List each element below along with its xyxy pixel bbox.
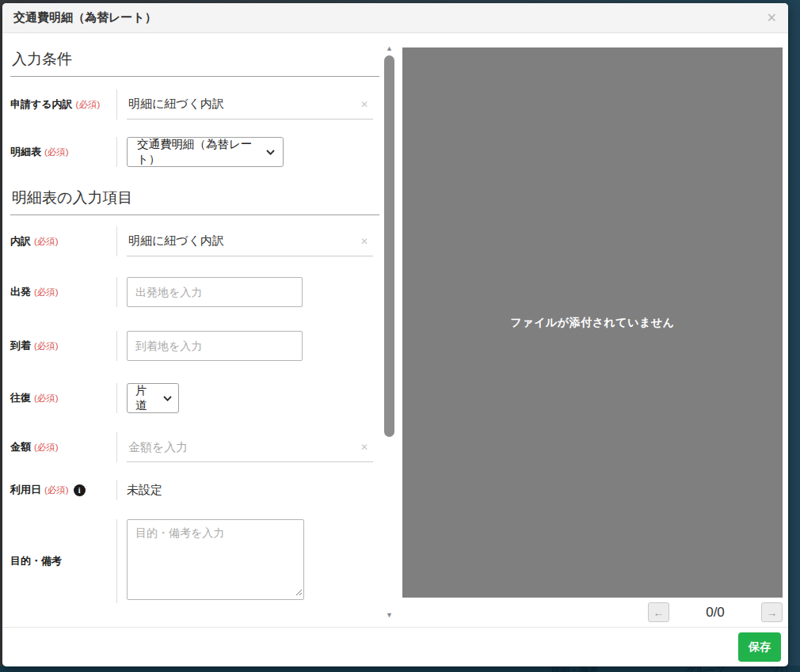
required-badge: (必須) — [34, 340, 59, 352]
section-title-detail-inputs: 明細表の入力項目 — [10, 180, 379, 215]
departure-control — [117, 277, 381, 307]
apply-breakdown-input[interactable] — [127, 89, 373, 120]
purpose-label-cell: 目的・備考 — [9, 519, 117, 603]
round-trip-label-cell: 往復 (必須) — [9, 383, 117, 413]
next-page-button[interactable]: → — [761, 602, 783, 622]
form-row-apply-breakdown: 申請する内訳 (必須) ✕ — [9, 89, 381, 120]
purpose-label: 目的・備考 — [10, 554, 62, 568]
modal-footer: 保存 — [2, 627, 788, 666]
round-trip-control: 片道 — [117, 383, 381, 413]
amount-input[interactable] — [127, 432, 373, 462]
save-button[interactable]: 保存 — [738, 632, 781, 662]
purpose-textarea-wrap — [127, 519, 304, 603]
amount-control: ✕ — [117, 432, 381, 462]
scroll-up-icon[interactable]: ▲ — [386, 45, 393, 52]
departure-input[interactable] — [127, 277, 303, 307]
required-badge: (必須) — [34, 393, 59, 404]
form-scrollbar: ▲ ▼ — [383, 33, 396, 627]
form-row-purpose: 目的・備考 — [9, 519, 381, 603]
expense-detail-modal: 交通費明細（為替レート） ✕ 入力条件 申請する内訳 (必須) ✕ — [2, 3, 788, 666]
arrival-control — [117, 331, 381, 361]
background-text: プロ — [770, 666, 790, 672]
scroll-down-icon[interactable]: ▼ — [386, 612, 393, 619]
chevron-down-icon — [266, 150, 275, 155]
arrival-label: 到着 — [10, 339, 31, 353]
attachment-pager: ← 0/0 → — [648, 602, 783, 622]
breakdown-label: 内訳 — [10, 234, 31, 249]
apply-breakdown-label-cell: 申請する内訳 (必須) — [9, 89, 117, 120]
apply-breakdown-label: 申請する内訳 — [10, 97, 73, 112]
arrival-input[interactable] — [127, 331, 303, 361]
background-text: 目的・備考 — [550, 666, 598, 672]
breakdown-input-wrap: ✕ — [127, 226, 373, 256]
required-badge: (必須) — [34, 442, 59, 454]
background-page-strip: 目的・備考 グループ プロ — [0, 666, 800, 672]
section-title-input-conditions: 入力条件 — [10, 43, 379, 77]
clear-icon[interactable]: ✕ — [360, 99, 368, 110]
breakdown-label-cell: 内訳 (必須) — [9, 226, 117, 256]
close-icon[interactable]: ✕ — [767, 12, 777, 25]
amount-label-cell: 金額 (必須) — [9, 432, 117, 462]
form-row-round-trip: 往復 (必須) 片道 — [9, 383, 381, 413]
required-badge: (必須) — [34, 287, 59, 298]
required-badge: (必須) — [44, 146, 69, 158]
form-row-arrival: 到着 (必須) — [9, 331, 381, 361]
detail-table-control: 交通費明細（為替レート） — [117, 137, 381, 167]
clear-icon[interactable]: ✕ — [360, 442, 368, 453]
usage-date-label: 利用日 — [10, 483, 41, 497]
prev-page-button[interactable]: ← — [648, 602, 669, 622]
amount-input-wrap: ✕ — [127, 432, 373, 462]
resize-handle-icon[interactable] — [295, 585, 303, 599]
departure-label-cell: 出発 (必須) — [9, 277, 117, 307]
attachment-preview-area: ファイルが添付されていません — [402, 47, 783, 598]
required-badge: (必須) — [44, 484, 69, 496]
usage-date-value: 未設定 — [127, 483, 162, 498]
purpose-textarea[interactable] — [127, 519, 304, 600]
arrival-label-cell: 到着 (必須) — [9, 331, 117, 361]
detail-table-label: 明細表 — [10, 145, 41, 159]
detail-table-label-cell: 明細表 (必須) — [9, 137, 117, 167]
breakdown-control: ✕ — [117, 226, 381, 256]
chevron-down-icon — [163, 396, 172, 401]
form-pane: 入力条件 申請する内訳 (必須) ✕ 明細表 (必須) — [2, 33, 381, 627]
info-icon[interactable]: i — [74, 484, 86, 496]
background-text: グループ — [686, 666, 725, 672]
clear-icon[interactable]: ✕ — [360, 236, 368, 247]
no-attachment-message: ファイルが添付されていません — [511, 316, 675, 330]
form-row-amount: 金額 (必須) ✕ — [9, 432, 381, 462]
apply-breakdown-input-wrap: ✕ — [127, 89, 373, 120]
round-trip-label: 往復 — [10, 391, 31, 405]
usage-date-control: 未設定 — [117, 480, 381, 500]
amount-label: 金額 — [10, 440, 31, 454]
scrollbar-thumb[interactable] — [384, 55, 394, 437]
required-badge: (必須) — [34, 236, 59, 248]
detail-table-select[interactable]: 交通費明細（為替レート） — [127, 137, 284, 167]
detail-table-select-value: 交通費明細（為替レート） — [137, 137, 260, 167]
apply-breakdown-control: ✕ — [117, 89, 381, 120]
modal-body: 入力条件 申請する内訳 (必須) ✕ 明細表 (必須) — [2, 33, 788, 627]
form-row-usage-date: 利用日 (必須) i 未設定 — [9, 480, 381, 500]
purpose-control — [117, 519, 381, 603]
form-row-departure: 出発 (必須) — [9, 277, 381, 307]
form-row-breakdown: 内訳 (必須) ✕ — [9, 226, 381, 256]
round-trip-select-value: 片道 — [135, 383, 157, 413]
modal-title: 交通費明細（為替レート） — [13, 10, 157, 25]
modal-header: 交通費明細（為替レート） ✕ — [2, 3, 788, 33]
departure-label: 出発 — [10, 285, 31, 299]
attachment-preview-pane: ファイルが添付されていません ← 0/0 → — [396, 33, 788, 627]
usage-date-label-cell: 利用日 (必須) i — [9, 480, 117, 500]
breakdown-input[interactable] — [127, 226, 373, 256]
form-row-detail-table: 明細表 (必須) 交通費明細（為替レート） — [9, 137, 381, 167]
round-trip-select[interactable]: 片道 — [127, 383, 179, 413]
required-badge: (必須) — [76, 99, 101, 111]
page-indicator: 0/0 — [706, 605, 725, 621]
